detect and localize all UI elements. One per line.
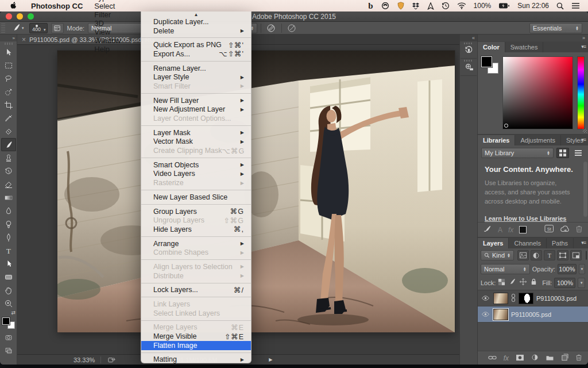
layer-visibility-eye-icon[interactable] <box>480 295 490 301</box>
tools-grip[interactable] <box>5 43 13 45</box>
dodge-tool[interactable] <box>1 217 16 231</box>
menu-item-new-fill-layer[interactable]: New Fill Layer▶ <box>141 96 251 105</box>
menu-item-duplicate-layer[interactable]: Duplicate Layer... <box>141 17 251 26</box>
screen-mode-button[interactable] <box>1 344 16 357</box>
link-layers-icon[interactable] <box>488 353 497 363</box>
lasso-tool[interactable] <box>1 72 16 85</box>
menubar-item-window[interactable]: Window <box>88 36 126 45</box>
menu-item-layer-style[interactable]: Layer Style▶ <box>141 72 251 82</box>
panel-menu-icon[interactable]: ▾≡ <box>581 240 586 246</box>
menu-item-layer-mask[interactable]: Layer Mask▶ <box>141 128 251 137</box>
menubar-item-3d[interactable]: 3D <box>88 19 126 28</box>
quick-selection-tool[interactable] <box>1 85 16 98</box>
swap-colors-icon[interactable]: ⇄ <box>11 310 16 316</box>
options-bar-grip[interactable] <box>1 24 5 33</box>
trash-icon[interactable] <box>575 225 583 235</box>
zoom-level-field[interactable]: 33.33% <box>74 356 95 363</box>
hand-tool[interactable] <box>1 283 16 297</box>
menu-item-smart-objects[interactable]: Smart Objects▶ <box>141 160 251 170</box>
panels-collapse-button[interactable]: » <box>478 34 588 41</box>
dock-expand-button[interactable]: « <box>460 34 477 41</box>
layer-mask-thumbnail[interactable] <box>519 293 533 304</box>
menubar-item-select[interactable]: Select <box>88 2 126 10</box>
color-picker-ring[interactable] <box>504 124 508 128</box>
add-character-style-icon[interactable]: A <box>498 226 502 234</box>
menubar-clock[interactable]: Sun 22:06 <box>517 2 549 10</box>
tools-collapse-button[interactable]: » <box>0 34 17 41</box>
menu-item-delete[interactable]: Delete▶ <box>141 26 251 36</box>
menubar-item-help[interactable]: Help <box>88 45 126 53</box>
menu-item-group-layers[interactable]: Group Layers⌘G <box>141 207 251 216</box>
tab-channels[interactable]: Channels <box>509 238 546 248</box>
layer-name[interactable]: P9110005.psd <box>511 311 551 318</box>
photo-document[interactable] <box>57 51 455 332</box>
library-select[interactable]: My Library ▲▼ <box>481 148 554 158</box>
status-menu-arrow-icon[interactable]: ▶ <box>269 357 272 362</box>
menu-scroll-up-icon[interactable]: ▲ <box>141 12 251 17</box>
apple-menu-icon[interactable] <box>0 1 25 10</box>
tab-libraries[interactable]: Libraries <box>478 135 515 145</box>
hue-slider[interactable] <box>577 56 585 129</box>
menu-item-quick-export-as-png[interactable]: Quick Export as PNG⇧⌘' <box>141 40 251 49</box>
creative-cloud-icon[interactable] <box>381 2 390 9</box>
crop-tool[interactable] <box>1 98 16 112</box>
move-tool[interactable] <box>1 45 16 59</box>
layer-style-fx-icon[interactable]: fx <box>504 354 509 362</box>
type-tool[interactable]: T <box>1 244 16 257</box>
tool-preset-picker[interactable]: ▾ <box>10 23 26 33</box>
sync-icon[interactable] <box>560 225 570 235</box>
scrollbar-thumb[interactable] <box>583 162 587 217</box>
menu-item-rename-layer[interactable]: Rename Layer... <box>141 64 251 73</box>
share-export-icon[interactable] <box>107 355 116 364</box>
location-icon[interactable] <box>427 2 434 10</box>
pen-tool[interactable] <box>1 231 16 244</box>
filter-smart-objects-icon[interactable] <box>570 250 582 260</box>
lock-transparent-pixels-icon[interactable] <box>498 278 505 288</box>
opacity-field[interactable]: 100% <box>558 264 577 274</box>
eyedropper-tool[interactable] <box>1 112 16 125</box>
layer-filter-toggle[interactable] <box>586 251 587 260</box>
history-panel-button[interactable] <box>461 41 477 59</box>
new-group-icon[interactable] <box>546 353 554 363</box>
menu-item-hide-layers[interactable]: Hide Layers⌘, <box>141 225 251 234</box>
layer-visibility-eye-icon[interactable] <box>480 311 490 317</box>
menubar-item-filter[interactable]: Filter <box>88 10 126 19</box>
workspace-select[interactable]: Essentials ▲▼ <box>529 23 582 33</box>
tab-close-icon[interactable]: × <box>22 36 26 44</box>
quick-mask-button[interactable] <box>1 331 16 344</box>
menu-item-flatten-image[interactable]: Flatten Image <box>141 341 251 350</box>
new-layer-icon[interactable] <box>561 353 568 363</box>
filter-type-layers-icon[interactable]: T <box>544 250 555 260</box>
foreground-background-swatches[interactable] <box>2 317 15 329</box>
shield-icon[interactable] <box>397 2 404 10</box>
saturation-brightness-field[interactable] <box>502 56 573 129</box>
layer-thumbnail[interactable] <box>493 293 508 304</box>
tab-adjustments[interactable]: Adjustments <box>515 135 561 145</box>
add-layer-mask-icon[interactable] <box>516 353 524 363</box>
clone-stamp-tool[interactable] <box>1 151 16 164</box>
lock-position-icon[interactable] <box>519 278 527 288</box>
delete-layer-icon[interactable] <box>575 353 582 363</box>
fill-dropdown-icon[interactable]: ▼ <box>578 278 585 288</box>
wifi-icon[interactable] <box>457 2 466 9</box>
grid-view-button[interactable] <box>556 148 569 158</box>
opacity-dropdown-icon[interactable]: ▼ <box>579 264 585 274</box>
add-layer-style-icon[interactable]: fx <box>508 226 513 234</box>
panel-resize-handle[interactable] <box>583 129 587 133</box>
filter-adjustment-layers-icon[interactable] <box>531 250 542 260</box>
foreground-color-swatch[interactable] <box>481 56 492 67</box>
adobe-stock-icon[interactable]: St <box>544 224 554 235</box>
zoom-tool[interactable] <box>1 297 16 310</box>
layer-blend-mode-select[interactable]: Normal ▲▼ <box>481 264 530 274</box>
menubar-item-view[interactable]: View <box>88 28 126 36</box>
add-graphic-icon[interactable] <box>483 224 492 235</box>
list-view-button[interactable] <box>572 148 585 158</box>
gradient-tool[interactable] <box>1 191 16 204</box>
dropbox-icon[interactable] <box>412 2 420 10</box>
add-color-swatch-icon[interactable] <box>519 226 527 233</box>
menu-item-lock-layers[interactable]: Lock Layers...⌘/ <box>141 286 251 295</box>
menu-item-new-adjustment-layer[interactable]: New Adjustment Layer▶ <box>141 105 251 114</box>
layer-row-p9110005-psd[interactable]: P9110005.psd <box>478 306 588 323</box>
notification-list-icon[interactable] <box>571 2 580 9</box>
filter-pixel-layers-icon[interactable] <box>517 250 529 260</box>
